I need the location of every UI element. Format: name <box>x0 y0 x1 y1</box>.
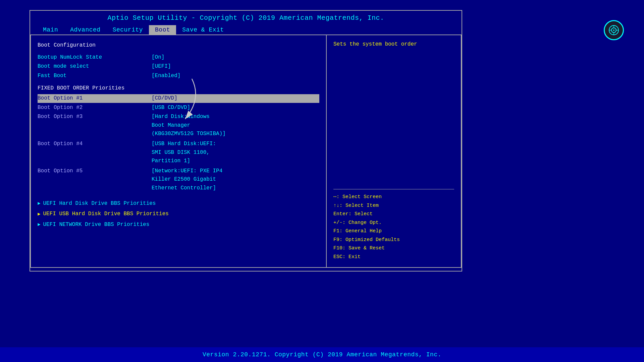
svg-point-3 <box>613 29 614 31</box>
key-f9: F9: Optimized Defaults <box>333 236 454 244</box>
fastboot-value[interactable]: [Enabled] <box>152 72 180 80</box>
right-panel: Sets the system boot order ↔: Select Scr… <box>327 35 461 267</box>
sub-menu-1[interactable]: ► UEFI Hard Disk Drive BBS Priorities <box>38 199 319 208</box>
key-help: ↔: Select Screen ↑↓: Select Item Enter: … <box>333 193 454 261</box>
boot-option-3-label: Boot Option #3 <box>38 113 152 121</box>
footer-text: Version 2.20.1271. Copyright (C) 2019 Am… <box>203 351 441 358</box>
boot-option-3[interactable]: Boot Option #3 [Hard Disk:Windows Boot M… <box>38 113 319 138</box>
boot-option-2-value: [USB CD/DVD] <box>152 104 190 112</box>
key-f1: F1: General Help <box>333 227 454 236</box>
fastboot-label: Fast Boot <box>38 72 152 80</box>
boot-option-5-value: [Network:UEFI: PXE IP4 Killer E2500 Giga… <box>152 167 222 193</box>
help-text: Sets the system boot order <box>333 41 454 47</box>
title-bar: Aptio Setup Utility - Copyright (C) 2019… <box>30 11 462 24</box>
sub-menu-2-arrow: ► <box>38 210 40 218</box>
boot-option-2-label: Boot Option #2 <box>38 104 152 112</box>
bootmode-label: Boot mode select <box>38 62 152 71</box>
numlock-label: Bootup NumLock State <box>38 53 152 62</box>
sub-menu-1-arrow: ► <box>38 200 40 207</box>
target-icon <box>608 24 620 36</box>
sub-menu-2-label: UEFI USB Hard Disk Drive BBS Priorities <box>43 210 168 219</box>
main-content: Boot Configuration Bootup NumLock State … <box>30 35 462 268</box>
boot-option-1[interactable]: Boot Option #1 [CD/DVD] <box>38 94 319 103</box>
sub-menu-3-arrow: ► <box>38 221 40 228</box>
overlay-icon <box>604 20 624 40</box>
fastboot-row: Fast Boot [Enabled] <box>38 72 319 80</box>
boot-option-2[interactable]: Boot Option #2 [USB CD/DVD] <box>38 104 319 112</box>
sub-menus: ► UEFI Hard Disk Drive BBS Priorities ► … <box>38 199 319 229</box>
boot-option-4-value: [USB Hard Disk:UEFI: SMI USB DISK 1100, … <box>152 140 216 166</box>
section-title: Boot Configuration <box>38 41 319 50</box>
key-esc: ESC: Exit <box>333 253 454 261</box>
key-select-item: ↑↓: Select Item <box>333 201 454 210</box>
footer: Version 2.20.1271. Copyright (C) 2019 Am… <box>0 347 644 362</box>
divider <box>333 189 454 189</box>
nav-boot[interactable]: Boot <box>149 25 176 35</box>
bios-window: Aptio Setup Utility - Copyright (C) 2019… <box>30 10 462 272</box>
boot-option-4-label: Boot Option #4 <box>38 140 152 148</box>
bootmode-row: Boot mode select [UEFI] <box>38 62 319 71</box>
left-panel: Boot Configuration Bootup NumLock State … <box>31 35 327 267</box>
sub-menu-2[interactable]: ► UEFI USB Hard Disk Drive BBS Prioritie… <box>38 210 319 219</box>
fixed-title: FIXED BOOT ORDER Priorities <box>38 84 319 93</box>
boot-option-1-value: [CD/DVD] <box>152 94 177 103</box>
sub-menu-3-label: UEFI NETWORK Drive BBS Priorities <box>43 221 149 229</box>
numlock-row: Bootup NumLock State [On] <box>38 53 319 62</box>
bootmode-value[interactable]: [UEFI] <box>152 62 171 71</box>
key-enter: Enter: Select <box>333 210 454 219</box>
boot-option-5-label: Boot Option #5 <box>38 167 152 176</box>
numlock-value[interactable]: [On] <box>152 53 164 62</box>
boot-option-5[interactable]: Boot Option #5 [Network:UEFI: PXE IP4 Ki… <box>38 167 319 193</box>
sub-menu-3[interactable]: ► UEFI NETWORK Drive BBS Priorities <box>38 221 319 229</box>
nav-main[interactable]: Main <box>37 25 64 35</box>
nav-bar: Main Advanced Security Boot Save & Exit <box>30 24 462 35</box>
title-text: Aptio Setup Utility - Copyright (C) 2019… <box>107 14 384 22</box>
nav-save-exit[interactable]: Save & Exit <box>176 25 230 35</box>
boot-option-1-label: Boot Option #1 <box>38 94 152 103</box>
nav-advanced[interactable]: Advanced <box>64 25 106 35</box>
key-select-screen: ↔: Select Screen <box>333 193 454 201</box>
boot-option-3-value: [Hard Disk:Windows Boot Manager (KBG30ZM… <box>152 113 226 138</box>
key-change-opt: +/-: Change Opt. <box>333 219 454 227</box>
sub-menu-1-label: UEFI Hard Disk Drive BBS Priorities <box>43 199 156 208</box>
key-f10: F10: Save & Reset <box>333 244 454 253</box>
nav-security[interactable]: Security <box>107 25 149 35</box>
boot-option-4[interactable]: Boot Option #4 [USB Hard Disk:UEFI: SMI … <box>38 140 319 166</box>
